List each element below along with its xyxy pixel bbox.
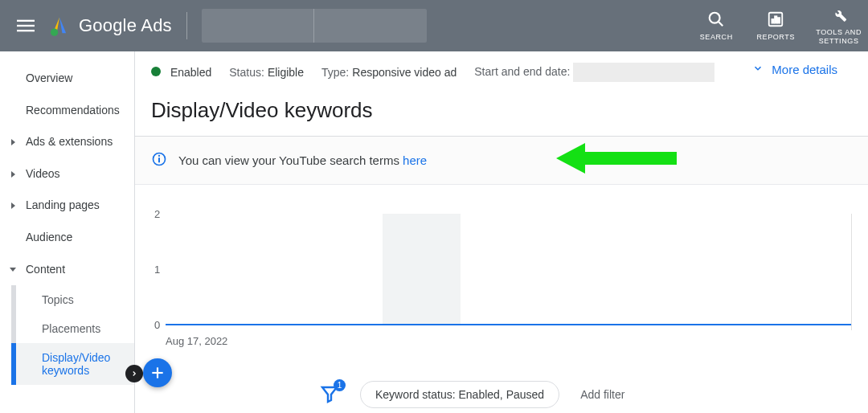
notice-text: You can view your YouTube search terms h… xyxy=(178,153,427,167)
sidebar-item-ads-extensions[interactable]: Ads & extensions xyxy=(0,126,134,158)
y-tick: 2 xyxy=(154,208,160,220)
campaign-type: Type:Responsive video ad xyxy=(321,66,457,79)
svg-point-3 xyxy=(51,29,58,36)
menu-icon[interactable] xyxy=(10,10,42,42)
sidebar-sub-placements[interactable]: Placements xyxy=(11,314,134,343)
left-sidebar: Overview Recommendations Ads & extension… xyxy=(0,51,135,413)
wrench-icon xyxy=(830,6,848,25)
top-app-bar: Google Ads SEARCH REPORTS TOOLS AND SETT… xyxy=(0,0,868,51)
add-filter-button[interactable]: Add filter xyxy=(580,388,624,401)
campaign-dates: Start and end date: xyxy=(474,63,714,82)
filter-button[interactable]: 1 xyxy=(320,384,339,406)
sidebar-item-recommendations[interactable]: Recommendations xyxy=(0,95,134,127)
y-tick: 0 xyxy=(154,319,160,331)
info-icon xyxy=(151,151,167,170)
svg-rect-7 xyxy=(772,19,774,23)
search-icon xyxy=(707,10,725,30)
date-placeholder xyxy=(573,63,714,82)
campaign-status: Status:Eligible xyxy=(229,66,304,79)
svg-rect-8 xyxy=(775,16,776,22)
brand-text: Google Ads xyxy=(79,15,172,36)
status-bar: Enabled Status:Eligible Type:Responsive … xyxy=(135,51,868,88)
svg-rect-16 xyxy=(152,372,162,374)
sidebar-item-content[interactable]: Content xyxy=(0,254,134,286)
status-enabled: Enabled xyxy=(151,66,211,79)
performance-chart: 2 1 0 Aug 17, 2022 xyxy=(135,185,868,347)
ads-logo-icon xyxy=(48,14,71,37)
chart-highlight-band xyxy=(383,214,461,325)
collapse-handle-icon[interactable] xyxy=(125,365,143,382)
svg-rect-0 xyxy=(17,20,35,22)
svg-marker-13 xyxy=(556,143,677,174)
filter-count-badge: 1 xyxy=(334,379,346,391)
svg-rect-2 xyxy=(17,30,35,31)
filter-chip-keyword-status[interactable]: Keyword status: Enabled, Paused xyxy=(360,381,559,408)
chevron-down-icon xyxy=(752,63,764,76)
search-terms-link[interactable]: here xyxy=(403,153,427,167)
main-content: Enabled Status:Eligible Type:Responsive … xyxy=(135,51,868,413)
brand-logo[interactable]: Google Ads xyxy=(48,14,172,37)
sidebar-item-landing-pages[interactable]: Landing pages xyxy=(0,190,134,222)
sidebar-item-overview[interactable]: Overview xyxy=(0,63,134,95)
svg-line-5 xyxy=(719,21,723,26)
search-button[interactable]: SEARCH xyxy=(697,10,735,42)
svg-rect-9 xyxy=(778,18,780,22)
sidebar-sub-topics[interactable]: Topics xyxy=(11,285,134,314)
chart-series-line xyxy=(166,324,851,325)
sidebar-item-videos[interactable]: Videos xyxy=(0,158,134,190)
sidebar-sub-display-video-keywords[interactable]: Display/Video keywords xyxy=(11,343,134,385)
svg-point-4 xyxy=(710,12,720,22)
notice-banner: You can view your YouTube search terms h… xyxy=(135,137,868,185)
annotation-arrow-icon xyxy=(556,140,677,179)
sidebar-item-audience[interactable]: Audience xyxy=(0,222,134,254)
filter-bar: 1 Keyword status: Enabled, Paused Add fi… xyxy=(320,381,868,408)
x-axis-start-label: Aug 17, 2022 xyxy=(166,330,852,347)
reports-icon xyxy=(767,10,784,30)
reports-button[interactable]: REPORTS xyxy=(756,10,795,42)
svg-rect-1 xyxy=(17,25,35,27)
y-tick: 1 xyxy=(154,264,160,276)
account-selector[interactable] xyxy=(202,9,427,43)
tools-settings-button[interactable]: TOOLS AND SETTINGS xyxy=(816,6,862,46)
svg-point-12 xyxy=(158,155,160,157)
page-title: Display/Video keywords xyxy=(135,88,868,136)
more-details-toggle[interactable]: More details xyxy=(752,63,837,76)
add-fab-button[interactable] xyxy=(143,358,172,387)
divider xyxy=(186,12,187,39)
enabled-dot-icon xyxy=(151,67,161,76)
